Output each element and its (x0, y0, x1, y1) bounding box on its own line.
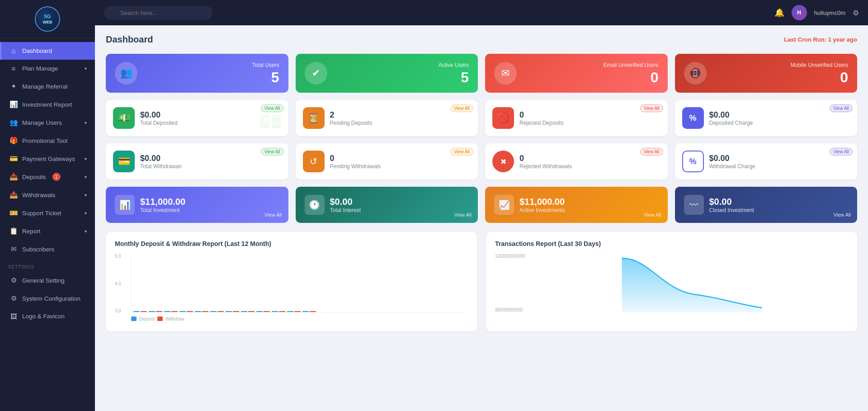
sidebar-logo: 5GWEB (0, 0, 95, 38)
deposit-bar (133, 311, 140, 312)
total-users-icon: 👥 (115, 62, 137, 85)
withdraw-bar (141, 311, 147, 312)
active-investments-icon: 📈 (494, 195, 514, 215)
promo-icon: 🎁 (9, 137, 18, 145)
active-users-icon: ✔ (305, 62, 327, 85)
view-all-pending-withdrawals[interactable]: View All (450, 148, 473, 156)
view-all-total-investment[interactable]: View All (264, 212, 282, 217)
mobile-unverified-value: 0 (714, 70, 849, 85)
view-all-deposited-charge[interactable]: View All (830, 104, 853, 112)
email-unverified-info: Email Unverified Users 0 (524, 62, 659, 85)
topbar: 🔍 🔔 H hulluymc0m ⚙ (95, 0, 868, 25)
deposited-charge-value: $0.00 (709, 110, 850, 120)
pending-deposits-icon: ⏳ (303, 107, 325, 129)
sidebar: 5GWEB ⌂ Dashboard ≡ Plan Manage ▾ ✦ Mana… (0, 0, 95, 411)
chevron-down-icon: ▾ (85, 229, 87, 234)
view-all-rejected-withdrawals[interactable]: View All (640, 148, 663, 156)
view-all-active-investments[interactable]: View All (644, 212, 661, 217)
deposited-charge-icon: % (682, 107, 704, 129)
sidebar-item-deposits[interactable]: 📥 Deposits 1 ▾ (0, 168, 95, 186)
view-all-withdrawal-charge[interactable]: View All (830, 148, 853, 156)
rejected-withdrawals-value: 0 (519, 154, 660, 163)
view-all-closed-investment[interactable]: View All (834, 212, 851, 217)
chart-icon: 📊 (9, 100, 18, 109)
home-icon: ⌂ (9, 47, 18, 55)
mini-card-total-deposited: 💵 $0.00 Total Deposited View All 💵 (106, 100, 288, 136)
sidebar-item-payment-gateways[interactable]: 💳 Payment Gateways ▾ (0, 150, 95, 168)
total-investment-value: $11,000.00 (140, 197, 279, 207)
rejected-withdrawals-label: Rejected Withdrawals (519, 163, 660, 170)
sidebar-item-manage-referral[interactable]: ✦ Manage Referral (0, 77, 95, 95)
sidebar-item-label: Support Ticket (22, 210, 61, 217)
pending-deposits-label: Pending Deposits (330, 120, 471, 126)
stat-card-active-users: ✔ Active Users 5 (296, 54, 478, 93)
sidebar-item-subscribers[interactable]: ✉ Subscribers (0, 240, 95, 258)
report-icon: 📋 (9, 227, 18, 235)
rejected-deposits-value: 0 (519, 110, 660, 120)
pending-withdrawals-label: Pending Withdrawals (330, 163, 471, 170)
investment-cards-row: 📊 $11,000.00 Total Investment View All 🕐… (106, 187, 857, 223)
sidebar-item-label: Payment Gateways (22, 156, 75, 162)
sidebar-item-support-ticket[interactable]: 🎫 Support Ticket ▾ (0, 204, 95, 222)
view-all-pending-deposits[interactable]: View All (450, 104, 473, 112)
deposit-withdraw-chart-title: Monthly Deposit & Withdraw Report (Last … (115, 240, 468, 247)
pending-withdrawals-icon: ↺ (303, 151, 325, 172)
sidebar-item-label: Manage Referral (22, 83, 68, 90)
charts-row: Monthly Deposit & Withdraw Report (Last … (106, 232, 857, 331)
total-users-label: Total Users (145, 62, 279, 68)
view-all-withdrawn[interactable]: View All (261, 148, 284, 156)
deposit-cards-row: 💵 $0.00 Total Deposited View All 💵 ⏳ 2 P… (106, 100, 857, 136)
chevron-down-icon: ▾ (85, 211, 87, 216)
mini-card-rejected-withdrawals: ✖ 0 Rejected Withdrawals View All (485, 143, 668, 180)
deposit-withdraw-chart-card: Monthly Deposit & Withdraw Report (Last … (106, 232, 477, 331)
sidebar-item-label: Manage Users (22, 119, 62, 126)
sidebar-item-dashboard[interactable]: ⌂ Dashboard (0, 42, 95, 60)
total-interest-label: Total Interest (330, 207, 469, 213)
sidebar-item-investment-report[interactable]: 📊 Investment Report (0, 95, 95, 113)
total-users-value: 5 (145, 70, 279, 85)
bar-chart-container: 5.0 4.0 3.0 (115, 254, 468, 323)
sidebar-item-plan-manage[interactable]: ≡ Plan Manage ▾ (0, 60, 95, 77)
sidebar-item-label: System Configuration (22, 295, 80, 302)
deposited-charge-label: Deposited Charge (709, 120, 850, 126)
email-unverified-label: Email Unverified Users (524, 62, 659, 68)
invest-card-closed: 〰 $0.00 Closed Investment View All (675, 187, 858, 223)
sidebar-item-promotional-tool[interactable]: 🎁 Promotional Tool (0, 132, 95, 150)
sidebar-item-label: Deposits (22, 174, 46, 180)
bell-icon[interactable]: 🔔 (774, 8, 784, 18)
withdrawn-icon: 💳 (113, 151, 135, 172)
active-investments-info: $11,000.00 Active Investments (519, 197, 659, 213)
withdraw-legend-color (157, 317, 163, 321)
total-interest-value: $0.00 (330, 197, 469, 207)
bar-chart-area (131, 254, 468, 312)
email-unverified-value: 0 (524, 70, 659, 85)
config-icon: ⚙ (9, 294, 18, 302)
settings-cog-icon[interactable]: ⚙ (853, 9, 859, 17)
mini-card-deposited-charge: % $0.00 Deposited Charge View All (675, 100, 858, 136)
sidebar-item-label: General Setting (22, 277, 65, 284)
closed-investment-info: $0.00 Closed Investment (709, 197, 849, 213)
mini-card-withdrawal-charge: % $0.00 Withdrawal Charge View All (675, 143, 858, 180)
chevron-down-icon: ▾ (85, 66, 87, 71)
deposit-legend-color (131, 317, 137, 321)
view-all-rejected-deposits[interactable]: View All (640, 104, 663, 112)
sidebar-item-manage-users[interactable]: 👥 Manage Users ▾ (0, 113, 95, 132)
sidebar-item-withdrawals[interactable]: 📤 Withdrawals ▾ (0, 186, 95, 204)
rejected-withdrawals-icon: ✖ (492, 151, 514, 172)
view-all-total-interest[interactable]: View All (454, 212, 472, 217)
pending-withdrawals-value: 0 (330, 154, 471, 163)
sidebar-item-system-configuration[interactable]: ⚙ System Configuration (0, 289, 95, 307)
sidebar-nav: ⌂ Dashboard ≡ Plan Manage ▾ ✦ Manage Ref… (0, 38, 95, 411)
sidebar-item-general-setting[interactable]: ⚙ General Setting (0, 271, 95, 289)
closed-investment-value: $0.00 (709, 197, 849, 207)
sidebar-item-report[interactable]: 📋 Report ▾ (0, 222, 95, 240)
withdrawal-charge-info: $0.00 Withdrawal Charge (709, 154, 850, 170)
avatar: H (792, 5, 807, 20)
sidebar-item-label: Plan Manage (22, 65, 58, 72)
mobile-unverified-label: Mobile Unverified Users (714, 62, 849, 68)
sidebar-item-logo-favicon[interactable]: 🖼 Logo & Favicon (0, 307, 95, 325)
search-input[interactable] (104, 6, 212, 20)
chevron-down-icon: ▾ (85, 193, 87, 198)
withdrawn-info: $0.00 Total Withdrawan (140, 154, 281, 170)
gear-icon: ⚙ (9, 276, 18, 284)
